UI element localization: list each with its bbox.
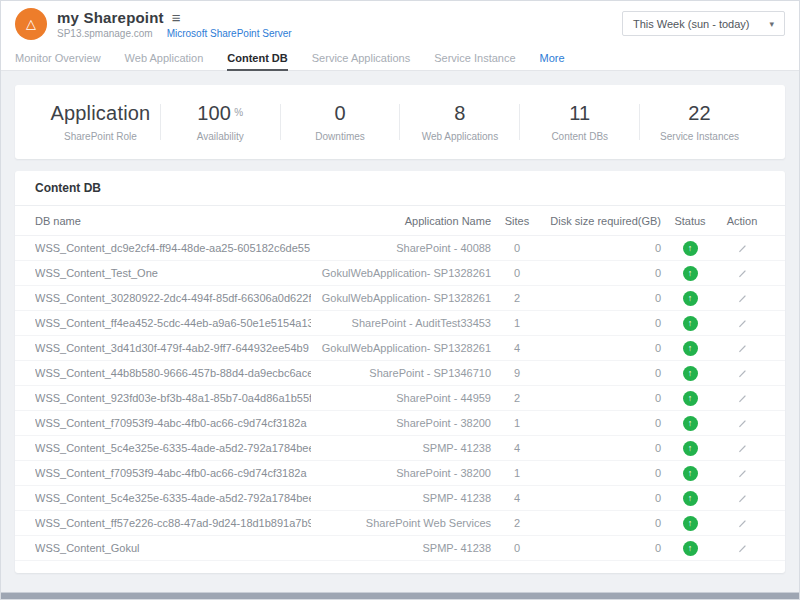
cell-status: ↑: [661, 391, 719, 406]
tab-web-application[interactable]: Web Application: [125, 46, 204, 70]
cell-db-name: WSS_Content_5c4e325e-6335-4ade-a5d2-792a…: [35, 442, 311, 454]
cell-status: ↑: [661, 541, 719, 556]
cell-action: [719, 467, 765, 480]
status-up-icon: ↑: [683, 241, 698, 256]
cell-status: ↑: [661, 266, 719, 281]
hamburger-menu-icon[interactable]: ≡: [172, 10, 181, 25]
stat-label: Downtimes: [281, 131, 400, 142]
server-type-link[interactable]: Microsoft SharePoint Server: [167, 28, 292, 39]
status-up-icon: ↑: [683, 391, 698, 406]
cell-db-name: WSS_Content_f70953f9-4abc-4fb0-ac66-c9d7…: [35, 467, 311, 479]
time-range-value: This Week (sun - today): [633, 18, 750, 30]
cell-sites: 2: [491, 292, 543, 304]
tab-content-db[interactable]: Content DB: [227, 46, 288, 71]
edit-icon[interactable]: [737, 343, 748, 354]
edit-icon[interactable]: [737, 443, 748, 454]
status-up-icon: ↑: [683, 516, 698, 531]
stat-label: Content DBs: [520, 131, 639, 142]
cell-db-name: WSS_Content_ff57e226-cc88-47ad-9d24-18d1…: [35, 517, 311, 529]
chevron-down-icon: ▾: [769, 19, 774, 29]
cell-disk-size: 0: [543, 442, 661, 454]
cell-application-name: GokulWebApplication- SP1328261: [311, 292, 491, 304]
cell-status: ↑: [661, 416, 719, 431]
status-up-icon: ↑: [683, 341, 698, 356]
tab-monitor-overview[interactable]: Monitor Overview: [15, 46, 101, 70]
cell-action: [719, 442, 765, 455]
cell-application-name: SharePoint - SP1346710: [311, 367, 491, 379]
cell-status: ↑: [661, 241, 719, 256]
cell-status: ↑: [661, 491, 719, 506]
edit-icon[interactable]: [737, 418, 748, 429]
cell-disk-size: 0: [543, 542, 661, 554]
cell-disk-size: 0: [543, 367, 661, 379]
status-up-icon: ↑: [683, 291, 698, 306]
tab-bar: Monitor Overview Web Application Content…: [1, 46, 799, 71]
monitor-host: SP13.spmanage.com: [57, 28, 153, 39]
table-row: WSS_Content_ff4ea452-5cdc-44eb-a9a6-50e1…: [15, 311, 785, 336]
monitor-type-icon: △: [15, 8, 47, 40]
up-arrow-glyph: ↑: [688, 244, 693, 253]
tab-more[interactable]: More: [540, 46, 565, 70]
edit-icon[interactable]: [737, 493, 748, 504]
cell-action: [719, 242, 765, 255]
stat-value: 100%: [161, 102, 280, 125]
edit-icon[interactable]: [737, 518, 748, 529]
cell-db-name: WSS_Content_Test_One: [35, 267, 311, 279]
up-arrow-glyph: ↑: [688, 519, 693, 528]
cell-sites: 1: [491, 417, 543, 429]
monitor-title: my Sharepoint: [57, 9, 164, 26]
status-up-icon: ↑: [683, 541, 698, 556]
edit-icon[interactable]: [737, 368, 748, 379]
cell-disk-size: 0: [543, 267, 661, 279]
status-up-icon: ↑: [683, 466, 698, 481]
edit-icon[interactable]: [737, 318, 748, 329]
column-header-action: Action: [719, 215, 765, 227]
table-row: WSS_Content_Test_One GokulWebApplication…: [15, 261, 785, 286]
summary-stats-card: Application SharePoint Role 100% Availab…: [15, 85, 785, 159]
cell-status: ↑: [661, 341, 719, 356]
edit-icon[interactable]: [737, 393, 748, 404]
column-header-disk-size: Disk size required(GB): [543, 215, 661, 227]
cell-application-name: GokulWebApplication- SP1328261: [311, 267, 491, 279]
stat-downtimes: 0 Downtimes: [281, 102, 400, 142]
up-arrow-glyph: ↑: [688, 444, 693, 453]
up-arrow-glyph: ↑: [688, 419, 693, 428]
stat-label: Service Instances: [640, 131, 759, 142]
status-up-icon: ↑: [683, 441, 698, 456]
table-row: WSS_Content_ff57e226-cc88-47ad-9d24-18d1…: [15, 511, 785, 536]
cell-sites: 4: [491, 442, 543, 454]
stat-label: Web Applications: [400, 131, 519, 142]
cell-sites: 1: [491, 317, 543, 329]
edit-icon[interactable]: [737, 543, 748, 554]
cell-disk-size: 0: [543, 417, 661, 429]
cell-application-name: SharePoint - 44959: [311, 392, 491, 404]
edit-icon[interactable]: [737, 468, 748, 479]
time-range-dropdown[interactable]: This Week (sun - today) ▾: [622, 11, 785, 36]
app-header: △ my Sharepoint ≡ SP13.spmanage.com Micr…: [1, 1, 799, 46]
stat-content-dbs: 11 Content DBs: [520, 102, 639, 142]
card-title: Content DB: [15, 171, 785, 206]
stat-value: 0: [281, 102, 400, 125]
table-row: WSS_Content_3d41d30f-479f-4ab2-9ff7-6449…: [15, 336, 785, 361]
cell-status: ↑: [661, 316, 719, 331]
tab-service-applications[interactable]: Service Applications: [312, 46, 410, 70]
cell-action: [719, 342, 765, 355]
column-header-sites: Sites: [491, 215, 543, 227]
table-row: WSS_Content_30280922-2dc4-494f-85df-6630…: [15, 286, 785, 311]
cell-disk-size: 0: [543, 317, 661, 329]
cell-sites: 9: [491, 367, 543, 379]
up-arrow-glyph: ↑: [688, 294, 693, 303]
edit-icon[interactable]: [737, 243, 748, 254]
edit-icon[interactable]: [737, 268, 748, 279]
up-arrow-glyph: ↑: [688, 494, 693, 503]
column-header-application-name: Application Name: [311, 215, 491, 227]
edit-icon[interactable]: [737, 293, 748, 304]
app-window: △ my Sharepoint ≡ SP13.spmanage.com Micr…: [0, 0, 800, 600]
cell-application-name: SharePoint - AuditTest33453: [311, 317, 491, 329]
cell-status: ↑: [661, 291, 719, 306]
table-row: WSS_Content_44b8b580-9666-457b-88d4-da9e…: [15, 361, 785, 386]
status-up-icon: ↑: [683, 266, 698, 281]
tab-service-instance[interactable]: Service Instance: [434, 46, 515, 70]
stat-web-applications: 8 Web Applications: [400, 102, 519, 142]
table-row: WSS_Content_f70953f9-4abc-4fb0-ac66-c9d7…: [15, 411, 785, 436]
